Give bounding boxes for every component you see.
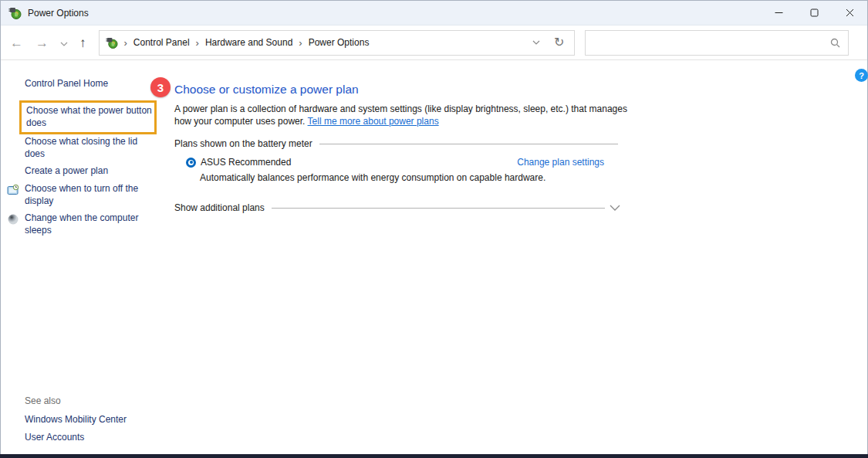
show-additional-plans-label: Show additional plans: [174, 202, 265, 213]
window-title: Power Options: [28, 8, 89, 19]
breadcrumb: › Control Panel › Hardware and Sound › P…: [99, 30, 575, 56]
search-icon[interactable]: [830, 38, 840, 48]
titlebar: Power Options: [1, 1, 867, 25]
refresh-icon: ↻: [554, 36, 564, 49]
minimize-button[interactable]: [761, 1, 796, 25]
breadcrumb-item-control-panel[interactable]: Control Panel: [133, 37, 190, 48]
window-controls: [761, 1, 867, 25]
plan-name: ASUS Recommended: [201, 157, 291, 168]
sidebar-item-control-panel-home[interactable]: Control Panel Home: [25, 78, 157, 90]
plan-radio-selected[interactable]: [186, 158, 196, 168]
breadcrumb-separator-icon: ›: [196, 37, 199, 49]
battery-meter-section-header: Plans shown on the battery meter: [174, 138, 618, 149]
power-options-icon: [106, 36, 118, 49]
power-options-icon: [8, 6, 22, 19]
intro-paragraph: A power plan is a collection of hardware…: [174, 103, 633, 127]
forward-button[interactable]: →: [35, 36, 49, 49]
section-divider: [319, 144, 618, 144]
breadcrumb-separator-icon: ›: [124, 37, 127, 49]
forward-icon: →: [35, 36, 49, 50]
recent-pages-button[interactable]: [60, 37, 68, 49]
help-icon: ?: [859, 71, 864, 80]
sidebar-item-closing-lid[interactable]: Choose what closing the lid does: [25, 136, 157, 160]
sleep-icon: [7, 213, 19, 226]
power-plan-row: ASUS Recommended Change plan settings: [186, 157, 604, 168]
breadcrumb-dropdown-chevron-icon[interactable]: [532, 40, 540, 45]
see-also-header: See also: [25, 395, 61, 406]
refresh-button[interactable]: ↻: [554, 36, 564, 49]
chevron-down-icon[interactable]: [610, 205, 620, 211]
close-button[interactable]: [832, 1, 867, 25]
navigation-toolbar: ← → ↑ › Control Panel › Hardware and Sou…: [1, 25, 867, 60]
search-box: [585, 30, 849, 56]
search-input[interactable]: [593, 37, 830, 48]
sidebar-item-create-power-plan[interactable]: Create a power plan: [25, 165, 157, 178]
back-button[interactable]: ←: [10, 36, 23, 49]
up-button[interactable]: ↑: [79, 36, 86, 49]
section-divider: [272, 208, 605, 209]
change-plan-settings-link[interactable]: Change plan settings: [517, 157, 604, 168]
sidebar-item-user-accounts[interactable]: User Accounts: [25, 432, 164, 444]
display-clock-icon: [7, 184, 19, 196]
page-title: Choose or customize a power plan: [174, 83, 359, 97]
help-button[interactable]: ?: [855, 69, 868, 82]
show-additional-plans-row[interactable]: Show additional plans: [174, 202, 620, 213]
annotation-step-badge: 3: [150, 77, 171, 97]
annotation-highlight-box: Choose what the power button does: [19, 100, 157, 134]
breadcrumb-separator-icon: ›: [299, 37, 302, 49]
minimize-icon: [775, 8, 783, 17]
chevron-down-icon: [60, 42, 68, 46]
sidebar-item-power-button[interactable]: Choose what the power button does: [26, 105, 156, 129]
battery-meter-section-label: Plans shown on the battery meter: [174, 138, 312, 149]
sidebar-item-turn-off-display[interactable]: Choose when to turn off the display: [25, 183, 157, 207]
power-options-window: Power Options ← → ↑: [0, 0, 868, 454]
maximize-icon: [810, 8, 819, 17]
content-area: Control Panel Home Choose what the power…: [1, 60, 867, 454]
up-icon: ↑: [79, 36, 86, 50]
back-icon: ←: [10, 36, 23, 50]
breadcrumb-item-hardware-and-sound[interactable]: Hardware and Sound: [205, 37, 292, 48]
desktop-edge: [0, 454, 868, 458]
close-icon: [846, 8, 854, 17]
sidebar-item-computer-sleeps[interactable]: Change when the computer sleeps: [25, 212, 157, 236]
breadcrumb-item-power-options[interactable]: Power Options: [309, 37, 370, 48]
plan-description: Automatically balances performance with …: [200, 172, 545, 183]
maximize-button[interactable]: [796, 1, 832, 25]
sidebar-item-windows-mobility-center[interactable]: Windows Mobility Center: [25, 414, 164, 426]
tell-me-more-link[interactable]: Tell me more about power plans: [308, 116, 439, 127]
